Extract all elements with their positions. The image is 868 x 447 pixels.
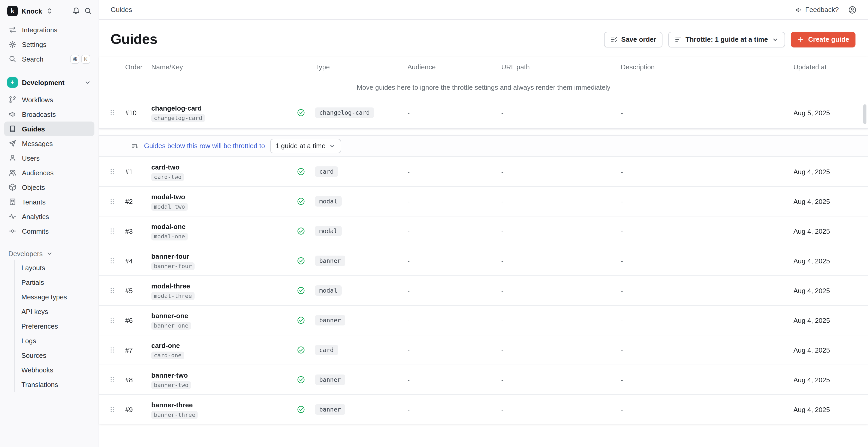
- throttle-count-select[interactable]: 1 guide at a time: [270, 138, 341, 153]
- create-guide-label: Create guide: [808, 35, 849, 43]
- type-badge: modal: [315, 285, 341, 296]
- feedback-button[interactable]: Feedback?: [795, 6, 839, 13]
- drag-handle[interactable]: [99, 405, 125, 414]
- guide-key: banner-three: [151, 411, 198, 419]
- col-updated-at: Updated at: [794, 63, 868, 71]
- save-order-button[interactable]: Save order: [604, 32, 662, 47]
- sidebar-item-label: Users: [22, 154, 40, 162]
- throttle-count-value: 1 guide at a time: [275, 142, 326, 150]
- sidebar-item-settings[interactable]: Settings: [4, 37, 94, 52]
- search-shortcut: ⌘ K: [70, 55, 90, 63]
- description-cell: -: [621, 109, 794, 117]
- environment-switcher[interactable]: Development: [4, 74, 94, 90]
- pinned-rows: #10 changelog-card changelog-card change…: [99, 97, 868, 128]
- create-guide-button[interactable]: Create guide: [791, 32, 856, 47]
- sidebar-dev-item[interactable]: API keys: [14, 304, 94, 319]
- account-menu-button[interactable]: [848, 5, 857, 14]
- sidebar-item-audiences[interactable]: Audiences: [4, 165, 94, 180]
- feedback-icon: [795, 6, 802, 13]
- sidebar-item-tenants[interactable]: Tenants: [4, 195, 94, 209]
- sort-descending-icon: [131, 142, 139, 150]
- drag-handle[interactable]: [99, 286, 125, 295]
- drag-dots-icon: [108, 405, 116, 414]
- sidebar-dev-item[interactable]: Message types: [14, 289, 94, 304]
- scrollbar-thumb[interactable]: [863, 104, 866, 124]
- workspace-switcher[interactable]: k Knock: [4, 0, 94, 20]
- updated-at-cell: Aug 4, 2025: [794, 257, 868, 265]
- breadcrumb[interactable]: Guides: [111, 6, 132, 13]
- drag-dots-icon: [108, 286, 116, 295]
- sidebar-item-label: Logs: [21, 337, 36, 345]
- col-description: Description: [621, 63, 794, 71]
- sidebar-item-users[interactable]: Users: [4, 151, 94, 165]
- guide-row[interactable]: #4 banner-four banner-four banner - - - …: [99, 246, 868, 276]
- sidebar-item-broadcasts[interactable]: Broadcasts: [4, 107, 94, 122]
- description-cell: -: [621, 316, 794, 324]
- sidebar-item-label: Tenants: [22, 198, 45, 206]
- sidebar-item-workflows[interactable]: Workflows: [4, 92, 94, 107]
- sidebar-item-integrations[interactable]: Integrations: [4, 23, 94, 37]
- sidebar-item-guides[interactable]: Guides: [4, 122, 94, 136]
- cube-icon: [8, 183, 17, 191]
- guide-row[interactable]: #1 card-two card-two card - - - Aug 4, 2…: [99, 157, 868, 186]
- sidebar-item-search[interactable]: Search ⌘ K: [4, 52, 94, 66]
- sidebar-item-label: Messages: [22, 139, 53, 147]
- guide-name: banner-four: [151, 252, 297, 260]
- guide-row[interactable]: #9 banner-three banner-three banner - - …: [99, 394, 868, 424]
- developers-section-toggle[interactable]: Developers: [4, 247, 94, 260]
- send-icon: [8, 139, 17, 148]
- table-header: Order Name/Key Type Audience URL path De…: [99, 57, 868, 77]
- sidebar-dev-item[interactable]: Logs: [14, 333, 94, 348]
- search-icon[interactable]: [84, 7, 92, 15]
- guide-row[interactable]: #5 modal-three modal-three modal - - - A…: [99, 276, 868, 305]
- account-icon: [848, 5, 857, 14]
- throttle-button[interactable]: Throttle: 1 guide at a time: [668, 32, 785, 47]
- sidebar-dev-item[interactable]: Translations: [14, 377, 94, 392]
- row-order: #9: [125, 406, 151, 413]
- activity-icon: [8, 212, 17, 221]
- drag-handle[interactable]: [99, 227, 125, 235]
- updated-at-cell: Aug 4, 2025: [794, 376, 868, 384]
- sidebar-dev-item[interactable]: Partials: [14, 275, 94, 289]
- sidebar-dev-item[interactable]: Layouts: [14, 260, 94, 275]
- sidebar-dev-item[interactable]: Sources: [14, 348, 94, 362]
- drag-handle[interactable]: [99, 257, 125, 265]
- status-check-icon: [297, 376, 315, 384]
- drag-handle[interactable]: [99, 346, 125, 354]
- megaphone-icon: [8, 110, 17, 118]
- sidebar-dev-item[interactable]: Preferences: [14, 319, 94, 333]
- sidebar-dev-item[interactable]: Webhooks: [14, 362, 94, 377]
- throttle-divider-link[interactable]: Guides below this row will be throttled …: [144, 142, 265, 150]
- guide-row[interactable]: #8 banner-two banner-two banner - - - Au…: [99, 364, 868, 394]
- row-order: #3: [125, 227, 151, 235]
- audience-cell: -: [407, 376, 501, 384]
- drag-dots-icon: [108, 108, 116, 117]
- drag-handle[interactable]: [99, 167, 125, 176]
- drag-handle[interactable]: [99, 376, 125, 384]
- drag-handle[interactable]: [99, 108, 125, 117]
- drag-handle[interactable]: [99, 316, 125, 324]
- guide-row[interactable]: #2 modal-two modal-two modal - - - Aug 4…: [99, 186, 868, 216]
- guide-row[interactable]: #3 modal-one modal-one modal - - - Aug 4…: [99, 216, 868, 246]
- sidebar-item-commits[interactable]: Commits: [4, 224, 94, 238]
- drag-handle[interactable]: [99, 197, 125, 205]
- guide-key: modal-one: [151, 232, 188, 240]
- guide-row[interactable]: #7 card-one card-one card - - - Aug 4, 2…: [99, 335, 868, 364]
- notifications-bell-icon[interactable]: [72, 7, 80, 15]
- sidebar-item-messages[interactable]: Messages: [4, 136, 94, 151]
- row-order: #5: [125, 287, 151, 294]
- row-order: #7: [125, 346, 151, 354]
- col-url-path: URL path: [501, 63, 621, 71]
- sidebar-item-objects[interactable]: Objects: [4, 180, 94, 195]
- building-icon: [8, 198, 17, 206]
- guide-row[interactable]: #10 changelog-card changelog-card change…: [99, 97, 868, 128]
- guide-name: modal-one: [151, 222, 297, 231]
- chevrons-up-down-icon[interactable]: [45, 7, 53, 14]
- section-gap: [99, 129, 868, 135]
- sidebar-item-analytics[interactable]: Analytics: [4, 209, 94, 224]
- app-root: k Knock Integrations Settings: [0, 0, 868, 447]
- guide-row[interactable]: #6 banner-one banner-one banner - - - Au…: [99, 305, 868, 335]
- sidebar-item-label: Message types: [21, 293, 67, 301]
- sidebar-item-label: API keys: [21, 308, 48, 315]
- col-order: Order: [125, 63, 151, 71]
